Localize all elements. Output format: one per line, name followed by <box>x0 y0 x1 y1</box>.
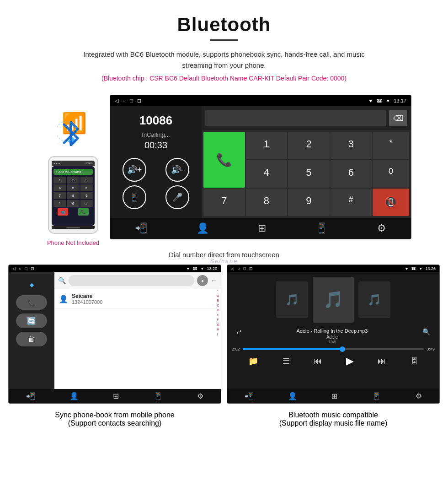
caller-panel: 10086 InCalling... 00:33 🔊+ 🔊- 📱 🎤 <box>110 106 202 218</box>
music-statusbar: ◁ ○ □ ⊡ ♥ ☎ ▾ 13:26 <box>227 265 439 272</box>
numpad-backspace-button[interactable]: ⌫ <box>389 110 407 126</box>
pb-sidebar: ⬥ 📞 🔄 🗑 <box>9 272 54 389</box>
bluetooth-icon-wrap: 📶 ⬥ <box>53 113 94 150</box>
numpad-key-6[interactable]: 6 <box>331 160 372 188</box>
volume-down-button[interactable]: 🔊- <box>165 158 189 182</box>
phonebook-wrap: ◁ ○ □ ⊡ ♥ ☎ ▾ 13:20 ⬥ 📞 🔄 🗑 <box>8 265 221 404</box>
mic-button[interactable]: 🎤 <box>165 185 189 209</box>
phonebook-caption-line2: (Support contacts searching) <box>8 419 221 427</box>
music-navbar: 📲 👤 ⊞ 📱 ⚙ <box>227 389 439 403</box>
equalizer-icon[interactable]: 🎛 <box>410 357 418 366</box>
dial-statusbar: ◁ ○ □ ⊡ ♥ ☎ ▾ ♥ ☏ ▾ 13:1713:17 <box>110 95 411 106</box>
pb-contact-info: Seicane 13241007000 <box>72 293 102 305</box>
music-progress-dot <box>340 346 345 352</box>
call-sidebar-button[interactable]: 📞 <box>16 295 47 310</box>
numpad-key-4[interactable]: 4 <box>246 160 288 188</box>
music-nav-call-icon[interactable]: 📲 <box>245 392 254 400</box>
numpad-key-1[interactable]: 1 <box>246 132 288 159</box>
music-album-row: 🎵 🎵 🎵 <box>232 277 435 323</box>
pb-statusbar: ◁ ○ □ ⊡ ♥ ☎ ▾ 13:20 <box>9 265 221 272</box>
nav-settings-icon[interactable]: ⚙ <box>377 222 386 234</box>
music-nav-phone-icon[interactable]: 📱 <box>372 392 381 400</box>
statusbar-right-icons: ♥ ☎ ▾ ♥ ☏ ▾ 13:1713:17 <box>369 98 406 104</box>
transfer-button[interactable]: 📱 <box>123 185 146 209</box>
bottom-screenshots: ◁ ○ □ ⊡ ♥ ☎ ▾ 13:20 ⬥ 📞 🔄 🗑 <box>0 265 448 404</box>
numpad-key-7[interactable]: 7 <box>203 189 245 216</box>
pb-contact-name: Seicane <box>72 293 102 299</box>
sync-sidebar-button[interactable]: 🔄 <box>16 313 47 328</box>
statusbar-left-icons: ◁ ○ □ ⊡ <box>115 98 141 104</box>
music-body: 🎵 🎵 🎵 ⇄ <box>227 272 439 389</box>
pb-search-icon: 🔍 <box>58 277 66 284</box>
phone-not-included-label: Phone Not Included <box>47 239 99 246</box>
prev-track-icon[interactable]: ⏮ <box>314 357 322 366</box>
shuffle-icon[interactable]: ⇄ <box>236 328 242 344</box>
svg-point-1 <box>57 118 81 146</box>
caller-number: 10086 <box>139 113 172 128</box>
numpad-input-row: ⌫ <box>202 106 411 130</box>
music-caption-line1: Bluetooth music compatible <box>227 411 440 419</box>
numpad-key-5[interactable]: 5 <box>288 160 330 188</box>
numpad-panel: ⌫ 1 2 3 * 📞 4 5 6 0 <box>202 106 411 218</box>
music-info-center: Adele - Rolling In the Deep.mp3 Adele 1/… <box>297 328 368 344</box>
phonebook-caption-line1: Sync phone-book from mobile phone <box>8 411 221 419</box>
nav-phone-menu-icon[interactable]: 📱 <box>315 222 328 234</box>
next-track-icon[interactable]: ⏭ <box>378 357 386 366</box>
pb-nav-dialpad-icon[interactable]: ⊞ <box>113 392 119 400</box>
call-timer: 00:33 <box>144 140 167 151</box>
numpad-key-hash[interactable]: # <box>331 189 372 216</box>
numpad-input-box[interactable] <box>205 110 386 126</box>
delete-sidebar-button[interactable]: 🗑 <box>16 332 47 346</box>
music-nav-settings-icon[interactable]: ⚙ <box>416 392 422 400</box>
music-artist: Adele <box>297 335 368 340</box>
music-track-num: 1/48 <box>297 340 368 344</box>
numpad-key-0[interactable]: 0 <box>373 160 409 188</box>
volume-up-button[interactable]: 🔊+ <box>123 158 146 182</box>
page-wrapper: Bluetooth Integrated with BC6 Bluetooth … <box>0 0 448 427</box>
music-nav-contacts-icon[interactable]: 👤 <box>288 392 297 400</box>
bottom-captions: Sync phone-book from mobile phone (Suppo… <box>0 411 448 427</box>
album-art-right: 🎵 <box>358 281 390 318</box>
bluetooth-symbol <box>57 118 85 150</box>
pb-nav-call-icon[interactable]: 📲 <box>26 392 35 400</box>
playlist-icon[interactable]: ☰ <box>283 356 290 366</box>
dial-content: 10086 InCalling... 00:33 🔊+ 🔊- 📱 🎤 ⌫ <box>110 106 411 218</box>
folder-icon[interactable]: 📁 <box>248 356 258 366</box>
music-progress-fill <box>243 348 342 350</box>
music-screen: ◁ ○ □ ⊡ ♥ ☎ ▾ 13:26 🎵 🎵 <box>227 265 440 404</box>
music-shuffle-row: ⇄ Adele - Rolling In the Deep.mp3 Adele … <box>232 328 435 344</box>
title-underline <box>210 39 238 41</box>
phone-sidebar: 📶 ⬥ ● ● ● MORE + Add to Contacts 1 <box>37 95 110 246</box>
music-nav-dialpad-icon[interactable]: ⊞ <box>331 392 337 400</box>
bluetooth-nav-icon[interactable]: ⬥ <box>16 277 47 292</box>
nav-call-transfer-icon[interactable]: 📲 <box>135 222 147 234</box>
pb-contact-row[interactable]: 👤 Seicane 13241007000 <box>54 289 221 309</box>
call-answer-button[interactable]: 📞 <box>203 132 245 188</box>
music-track-title: Adele - Rolling In the Deep.mp3 <box>297 328 368 334</box>
svg-point-0 <box>57 121 76 141</box>
numpad-key-8[interactable]: 8 <box>246 189 288 216</box>
music-statusbar-left: ◁ ○ □ ⊡ <box>231 266 253 271</box>
music-statusbar-right: ♥ ☎ ▾ 13:26 <box>405 266 436 271</box>
pb-back-arrow[interactable]: ← <box>211 277 217 284</box>
music-caption-line2: (Support display music file name) <box>227 419 440 427</box>
pb-search-bar[interactable] <box>69 275 194 286</box>
call-end-button[interactable]: 📵 <box>373 189 409 216</box>
music-progress-bar[interactable] <box>243 348 424 350</box>
numpad-key-3[interactable]: 3 <box>331 132 372 159</box>
numpad-key-9[interactable]: 9 <box>288 189 330 216</box>
pb-nav-contacts-icon[interactable]: 👤 <box>69 392 79 400</box>
music-controls-row: 📁 ☰ ⏮ ▶ ⏭ 🎛 <box>232 355 435 367</box>
music-search-icon[interactable]: 🔍 <box>422 328 430 344</box>
numpad-key-star[interactable]: * <box>373 132 409 159</box>
page-description: Integrated with BC6 Bluetooth module, su… <box>69 49 379 71</box>
pb-nav-settings-icon[interactable]: ⚙ <box>197 392 203 400</box>
phonebook-caption: Sync phone-book from mobile phone (Suppo… <box>8 411 221 427</box>
numpad-key-2[interactable]: 2 <box>288 132 330 159</box>
album-art-left: 🎵 <box>276 281 308 318</box>
page-title: Bluetooth <box>9 14 439 36</box>
pb-nav-phone-icon[interactable]: 📱 <box>154 392 163 400</box>
play-pause-button[interactable]: ▶ <box>346 355 354 367</box>
nav-contacts-icon[interactable]: 👤 <box>197 222 209 234</box>
nav-dialpad-icon[interactable]: ⊞ <box>258 222 266 234</box>
